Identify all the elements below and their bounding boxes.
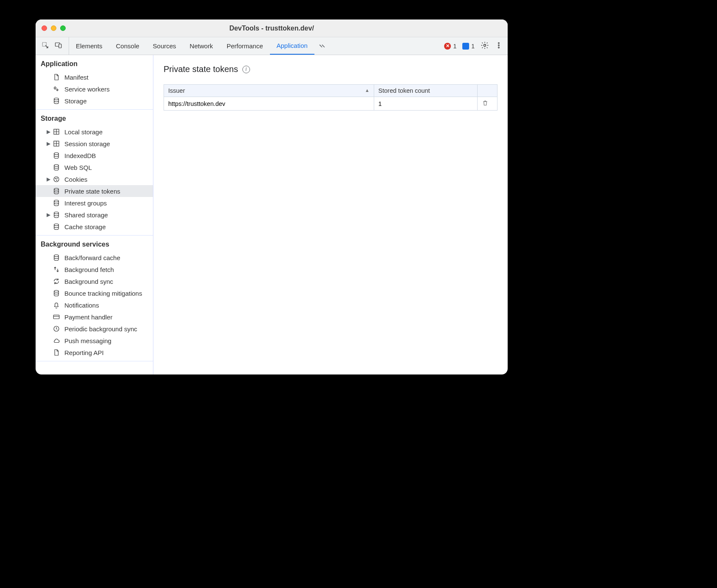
sidebar-item[interactable]: ▶Manifest	[36, 71, 153, 83]
tab-network[interactable]: Network	[183, 37, 220, 55]
sidebar-item-label: Shared storage	[64, 211, 108, 219]
cell-issuer: https://trusttoken.dev	[164, 97, 374, 111]
sidebar-item-label: IndexedDB	[64, 152, 96, 159]
database-icon	[52, 164, 61, 171]
sort-asc-icon: ▲	[365, 88, 370, 93]
sidebar-item[interactable]: ▶Bounce tracking mitigations	[36, 287, 153, 299]
sidebar-item[interactable]: ▶IndexedDB	[36, 150, 153, 161]
database-icon	[52, 289, 61, 297]
expand-arrow-icon[interactable]: ▶	[46, 141, 51, 147]
column-issuer[interactable]: Issuer ▲	[164, 85, 374, 97]
svg-point-5	[498, 45, 500, 46]
sidebar-item[interactable]: ▶Shared storage	[36, 209, 153, 221]
expand-arrow-icon[interactable]: ▶	[46, 212, 51, 218]
settings-icon[interactable]	[481, 41, 489, 51]
kebab-menu-icon[interactable]	[495, 42, 503, 50]
sidebar-item[interactable]: ▶Storage	[36, 95, 153, 107]
sidebar-item[interactable]: ▶Local storage	[36, 126, 153, 138]
sidebar-item[interactable]: ▶Interest groups	[36, 197, 153, 209]
delete-icon[interactable]	[482, 101, 489, 108]
sidebar-item[interactable]: ▶Payment handler	[36, 311, 153, 323]
tab-elements[interactable]: Elements	[69, 37, 109, 55]
database-icon	[52, 152, 61, 159]
sync-icon	[52, 277, 61, 285]
grid-icon	[52, 128, 61, 136]
database-icon	[52, 199, 61, 207]
sidebar-item[interactable]: ▶Private state tokens	[36, 185, 153, 197]
messages-count: 1	[471, 43, 475, 50]
minimize-window-button[interactable]	[51, 25, 56, 31]
table-header-row: Issuer ▲ Stored token count	[164, 85, 497, 97]
info-icon[interactable]: i	[242, 66, 250, 73]
sidebar-item[interactable]: ▶Background fetch	[36, 263, 153, 275]
bell-icon	[52, 301, 61, 309]
sidebar-section-title: Storage	[36, 110, 153, 126]
sidebar-item[interactable]: ▶Periodic background sync	[36, 323, 153, 335]
sidebar-item-label: Background sync	[64, 278, 113, 285]
sidebar-item[interactable]: ▶Push messaging	[36, 335, 153, 347]
table-row[interactable]: https://trusttoken.dev1	[164, 97, 497, 111]
main-panel: Private state tokens i Issuer ▲ Stored t…	[153, 55, 508, 374]
cookie-icon	[52, 175, 61, 183]
fetch-icon	[52, 266, 61, 273]
cell-actions	[477, 97, 497, 111]
clock-icon	[52, 325, 61, 333]
sidebar-item[interactable]: ▶Cache storage	[36, 221, 153, 233]
tab-console[interactable]: Console	[109, 37, 146, 55]
message-icon	[462, 43, 469, 50]
column-actions	[477, 85, 497, 97]
sidebar-item[interactable]: ▶Web SQL	[36, 161, 153, 173]
database-icon	[52, 211, 61, 219]
column-stored-count[interactable]: Stored token count	[374, 85, 477, 97]
sidebar-item-label: Reporting API	[64, 349, 104, 356]
sidebar-item-label: Session storage	[64, 140, 110, 147]
sidebar-item[interactable]: ▶Service workers	[36, 83, 153, 95]
svg-rect-2	[59, 44, 61, 48]
window-titlebar: DevTools - trusttoken.dev/	[36, 19, 508, 37]
column-issuer-label: Issuer	[168, 87, 185, 94]
inspect-icon[interactable]	[42, 42, 49, 50]
sidebar-section-title: Background services	[36, 236, 153, 252]
database-icon	[52, 254, 61, 261]
cloud-icon	[52, 337, 61, 344]
errors-count: 1	[453, 43, 456, 50]
sidebar-item-label: Cookies	[64, 176, 87, 183]
close-window-button[interactable]	[42, 25, 47, 31]
sidebar-item-label: Push messaging	[64, 337, 111, 344]
sidebar-item-label: Interest groups	[64, 200, 107, 207]
section-separator	[36, 361, 153, 361]
sidebar-item-label: Private state tokens	[64, 188, 120, 195]
sidebar-item[interactable]: ▶Cookies	[36, 173, 153, 185]
sidebar-item-label: Manifest	[64, 74, 89, 81]
expand-arrow-icon[interactable]: ▶	[46, 129, 51, 135]
sidebar-item[interactable]: ▶Notifications	[36, 299, 153, 311]
error-icon: ✕	[444, 43, 451, 50]
tab-performance[interactable]: Performance	[220, 37, 270, 55]
expand-arrow-icon[interactable]: ▶	[46, 176, 51, 182]
errors-chip[interactable]: ✕ 1	[444, 43, 456, 50]
panel-heading: Private state tokens i	[164, 64, 497, 74]
tab-sources[interactable]: Sources	[146, 37, 183, 55]
sidebar-item-label: Web SQL	[64, 164, 92, 171]
messages-chip[interactable]: 1	[462, 43, 475, 50]
sidebar-item[interactable]: ▶Background sync	[36, 275, 153, 287]
sidebar-item-label: Payment handler	[64, 313, 112, 321]
sidebar-item-label: Notifications	[64, 302, 99, 309]
sidebar-item[interactable]: ▶Back/forward cache	[36, 252, 153, 263]
tab-application[interactable]: Application	[270, 37, 314, 55]
cell-count: 1	[374, 97, 477, 111]
sidebar-item[interactable]: ▶Session storage	[36, 138, 153, 150]
zoom-window-button[interactable]	[60, 25, 66, 31]
devtools-toolbar: Elements Console Sources Network Perform…	[36, 37, 508, 55]
sidebar-item[interactable]: ▶Reporting API	[36, 347, 153, 358]
grid-icon	[52, 140, 61, 147]
more-tabs-icon[interactable]	[314, 37, 330, 55]
panel-heading-text: Private state tokens	[164, 64, 238, 74]
svg-point-6	[498, 47, 500, 48]
sidebar-item-label: Storage	[64, 97, 87, 105]
window-title: DevTools - trusttoken.dev/	[36, 25, 508, 32]
sidebar-item-label: Cache storage	[64, 223, 106, 230]
card-icon	[52, 313, 61, 321]
device-mode-icon[interactable]	[54, 42, 63, 50]
file-icon	[52, 349, 61, 356]
